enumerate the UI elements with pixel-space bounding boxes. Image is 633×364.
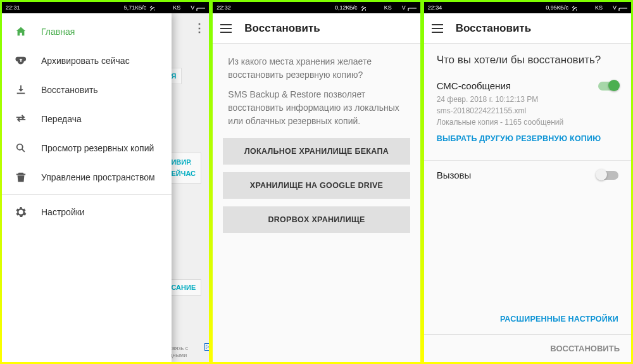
page-title: Восстановить — [456, 22, 531, 35]
choose-other-backup-link[interactable]: ВЫБРАТЬ ДРУГУЮ РЕЗЕРВНУЮ КОПИЮ — [437, 134, 601, 143]
drawer-item-label: Архивировать сейчас — [41, 56, 130, 66]
battery-icon — [618, 4, 627, 11]
overflow-icon[interactable]: ⋮ — [194, 21, 204, 35]
screenshot-1: 22:31 5,71КБ/с KS V ⋮ Я ИВИР.ЕЙЧАС САНИЕ… — [0, 0, 211, 364]
cloud-upload-icon — [15, 55, 27, 66]
status-carrier: KS — [173, 4, 180, 11]
google-drive-button[interactable]: ХРАНИЛИЩЕ НА GOOGLE DRIVE — [223, 172, 410, 199]
calls-entry: Вызовы — [437, 170, 618, 191]
menu-icon[interactable] — [432, 24, 443, 33]
drawer-item-backup[interactable]: Архивировать сейчас — [2, 46, 172, 75]
divider — [424, 160, 631, 161]
nav-drawer: Главная Архивировать сейчас Восстановить… — [2, 13, 172, 362]
status-v: V — [191, 4, 194, 11]
entry-file: sms-20180224221155.xml — [437, 105, 618, 116]
signal-icon — [182, 4, 189, 11]
body-text: Из какого места хранения желаете восстан… — [213, 44, 420, 134]
alarm-icon — [360, 4, 366, 11]
calls-toggle[interactable] — [598, 171, 618, 180]
drawer-item-restore[interactable]: Восстановить — [2, 75, 172, 104]
alarm-icon — [148, 4, 154, 11]
app-bar: Восстановить — [424, 13, 631, 44]
transfer-icon — [15, 113, 27, 125]
screenshot-3: 22:34 0,95КБ/с KS V Восстановить Что вы … — [422, 0, 633, 364]
drawer-item-label: Просмотр резервных копий — [41, 143, 154, 153]
signal-icon — [394, 4, 400, 11]
drawer-item-transfer[interactable]: Передача — [2, 104, 172, 134]
status-v: V — [613, 4, 617, 11]
wifi-icon — [156, 4, 163, 11]
status-speed: 0,95КБ/с — [546, 4, 568, 11]
drawer-item-label: Восстановить — [41, 85, 98, 95]
status-bar: 22:31 5,71КБ/с KS V — [2, 2, 209, 13]
screenshot-2: 22:32 0,12КБ/с KS V Восстановить Из како… — [211, 0, 422, 364]
wifi-icon — [368, 4, 374, 11]
status-time: 22:32 — [216, 4, 231, 11]
battery-icon — [408, 4, 417, 11]
sms-entry: СМС-сообщения 24 февр. 2018 г. 10:12:13 … — [437, 80, 618, 151]
main-backdrop: ⋮ Я ИВИР.ЕЙЧАС САНИЕ связь сдными ▷ — [172, 13, 209, 362]
restore-button[interactable]: ВОССТАНОВИТЬ — [550, 344, 620, 353]
battery-icon — [196, 4, 205, 11]
entry-title: Вызовы — [437, 170, 618, 180]
drawer-item-home[interactable]: Главная — [2, 17, 172, 46]
dropbox-button[interactable]: DROPBOX ХРАНИЛИЩЕ — [223, 206, 410, 233]
status-speed: 0,12КБ/с — [335, 4, 358, 11]
trash-icon — [15, 172, 27, 183]
signal-icon — [376, 4, 382, 11]
alarm-icon — [570, 4, 577, 11]
entry-count: Локальные копия - 1165 сообщений — [437, 116, 618, 128]
signal-icon — [605, 4, 611, 11]
divider — [2, 194, 172, 195]
download-icon — [15, 84, 27, 96]
drawer-item-settings[interactable]: Настройки — [2, 198, 172, 227]
bottom-bar: ВОССТАНОВИТЬ — [424, 334, 631, 362]
signal-icon — [165, 4, 171, 11]
drawer-item-view-backups[interactable]: Просмотр резервных копий — [2, 134, 172, 163]
drawer-item-label: Главная — [41, 27, 75, 37]
status-bar: 22:34 0,95КБ/с KS V — [424, 2, 631, 13]
status-time: 22:31 — [6, 4, 20, 11]
app-bar: Восстановить — [213, 13, 420, 44]
home-icon — [15, 26, 27, 37]
entry-date: 24 февр. 2018 г. 10:12:13 PM — [437, 94, 618, 105]
signal-icon — [587, 4, 593, 11]
sms-toggle[interactable] — [598, 82, 618, 91]
advanced-settings-link[interactable]: РАСШИРЕННЫЕ НАСТРОЙКИ — [500, 315, 618, 323]
drawer-item-label: Настройки — [41, 207, 85, 217]
entry-title: СМС-сообщения — [437, 80, 618, 91]
status-time: 22:34 — [428, 4, 442, 11]
section-heading: Что вы хотели бы восстановить? — [437, 54, 618, 66]
status-carrier: KS — [595, 4, 603, 11]
status-bar: 22:32 0,12КБ/с KS V — [213, 2, 420, 13]
gear-icon — [15, 206, 27, 218]
drawer-item-manage-space[interactable]: Управление пространством — [2, 163, 172, 192]
drawer-item-label: Передача — [41, 114, 82, 124]
drawer-item-label: Управление пространством — [41, 172, 155, 182]
menu-icon[interactable] — [220, 24, 232, 33]
ad-text: связь сдными ▷ — [169, 345, 188, 360]
status-speed: 5,71КБ/с — [124, 4, 147, 11]
wifi-icon — [579, 4, 585, 11]
status-v: V — [402, 4, 406, 11]
status-carrier: KS — [384, 4, 392, 11]
search-icon — [15, 142, 27, 154]
local-storage-button[interactable]: ЛОКАЛЬНОЕ ХРАНИЛИЩЕ БЕКАПА — [223, 138, 410, 165]
page-title: Восстановить — [244, 22, 320, 35]
